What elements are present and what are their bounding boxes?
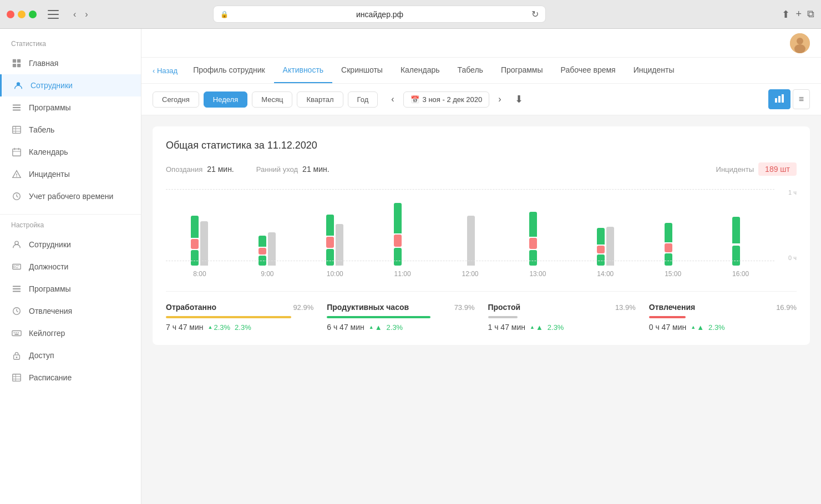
bar-pink-6	[597, 246, 605, 253]
chart-label-3: 11:00	[394, 270, 411, 278]
stat-worked-header: Отработанно 92.9%	[166, 303, 313, 312]
bar-group-5	[529, 194, 546, 266]
minimize-button[interactable]	[18, 11, 26, 18]
calendar-icon	[11, 146, 22, 157]
svg-point-25	[13, 266, 16, 268]
tab-worktime[interactable]: Рабочее время	[552, 58, 625, 83]
bar-pink-5	[529, 238, 537, 249]
sidebar-item-incidents[interactable]: Инциденты	[0, 163, 141, 185]
back-arrow[interactable]: ‹	[70, 8, 79, 21]
sidebar-item-worktime[interactable]: Учет рабочего времени	[0, 185, 141, 207]
sidebar-item-s-employees[interactable]: Сотрудники	[0, 233, 141, 256]
tabs-button[interactable]: ⧉	[807, 8, 814, 21]
nav-tabs: ‹ Назад Профиль сотрудник Активность Скр…	[141, 58, 821, 84]
svg-rect-46	[775, 98, 777, 103]
tab-programs[interactable]: Программы	[492, 58, 552, 83]
bar-pink-2	[326, 237, 334, 248]
stat-worked: Отработанно 92.9% 7 ч 47 мин 2.3% 2.3%	[166, 303, 313, 332]
sidebar-item-positions[interactable]: Должности	[0, 256, 141, 278]
sidebar-item-programs[interactable]: Программы	[0, 96, 141, 119]
filter-week[interactable]: Неделя	[204, 91, 247, 108]
tab-activity[interactable]: Активность	[274, 58, 333, 83]
sidebar: Статистика Главная Сотрудники	[0, 29, 141, 504]
svg-rect-1	[17, 59, 21, 63]
share-button[interactable]: ⬆	[782, 8, 790, 21]
sidebar-toggle-icon[interactable]	[48, 10, 59, 19]
stat-distracted-name: Отвлечения	[649, 303, 695, 312]
svg-rect-33	[14, 332, 15, 333]
stat-incidents: Инциденты 189 шт	[716, 162, 797, 176]
bar-pink-3	[394, 235, 402, 247]
bar-green-top-8	[732, 217, 740, 243]
chart-col-6: 14:00	[571, 194, 639, 278]
filter-quarter[interactable]: Квартал	[297, 91, 343, 108]
bar-gray-4	[467, 216, 475, 266]
svg-point-45	[794, 44, 805, 53]
stat-worked-name: Отработанно	[166, 303, 216, 312]
tab-calendar[interactable]: Календарь	[392, 58, 449, 83]
bar-group-6	[597, 194, 614, 266]
stat-productive-footer: 6 ч 47 мин ▲ 2.3%	[327, 323, 474, 332]
sidebar-item-tabel[interactable]: Табель	[0, 119, 141, 141]
address-bar[interactable]: 🔒 инсайдер.рф ↻	[213, 6, 546, 23]
tab-incidents[interactable]: Инциденты	[625, 58, 683, 83]
stat-worked-change: 2.3%	[208, 323, 231, 332]
sidebar-item-schedule[interactable]: Расписание	[0, 366, 141, 389]
tab-tabel[interactable]: Табель	[449, 58, 492, 83]
forward-arrow[interactable]: ›	[82, 8, 91, 21]
bar-pink-1	[259, 248, 266, 254]
bar-green-top-1	[259, 236, 266, 247]
sidebar-item-s-programs[interactable]: Программы	[0, 278, 141, 300]
settings-section-title: Настройка	[0, 221, 141, 233]
chart-list-toggle[interactable]: ≡	[793, 89, 810, 109]
bar-green-bottom-7	[665, 253, 672, 266]
svg-rect-5	[13, 105, 21, 106]
sidebar-label-s-programs: Программы	[29, 284, 71, 293]
sidebar-item-distractions[interactable]: Отвлечения	[0, 300, 141, 322]
svg-point-38	[16, 357, 18, 358]
sidebar-item-employees[interactable]: Сотрудники	[0, 74, 141, 96]
bar-pink-0	[191, 239, 199, 249]
stat-idle-bar	[488, 316, 518, 318]
tab-screenshots[interactable]: Скриншоты	[332, 58, 392, 83]
filter-today[interactable]: Сегодня	[153, 91, 199, 108]
list2-icon	[11, 283, 22, 294]
svg-rect-28	[13, 291, 21, 292]
early-value: 21 мин.	[302, 165, 330, 174]
date-display[interactable]: 📅 3 ноя - 2 дек 2020	[403, 91, 490, 108]
chart-col-2: 10:00	[301, 194, 369, 278]
svg-rect-27	[13, 288, 21, 289]
chart-label-2: 10:00	[327, 270, 343, 278]
back-button[interactable]: ‹ Назад	[153, 59, 184, 83]
stat-worked-bar	[166, 316, 291, 318]
svg-rect-22	[13, 264, 21, 269]
browser-nav-arrows: ‹ ›	[70, 8, 92, 21]
filter-month[interactable]: Месяц	[252, 91, 292, 108]
new-tab-button[interactable]: +	[795, 8, 802, 21]
sidebar-item-keylogger[interactable]: Кейлоггер	[0, 322, 141, 344]
svg-rect-32	[12, 331, 21, 336]
app-layout: Статистика Главная Сотрудники	[0, 29, 821, 504]
sidebar-item-home[interactable]: Главная	[0, 52, 141, 74]
svg-line-20	[17, 196, 18, 197]
sidebar-item-access[interactable]: Доступ	[0, 344, 141, 366]
chart-bar-toggle[interactable]	[768, 89, 790, 109]
fullscreen-button[interactable]	[29, 11, 37, 18]
date-prev-button[interactable]: ‹	[387, 92, 398, 106]
close-button[interactable]	[7, 11, 14, 18]
download-button[interactable]: ⬇	[510, 90, 528, 109]
svg-rect-0	[13, 59, 16, 63]
sidebar-label-incidents: Инциденты	[29, 170, 70, 179]
warning-icon	[11, 169, 22, 180]
date-next-button[interactable]: ›	[494, 92, 505, 106]
sidebar-item-calendar[interactable]: Календарь	[0, 141, 141, 163]
user-avatar[interactable]	[790, 33, 810, 53]
svg-point-44	[797, 38, 803, 44]
tab-profile[interactable]: Профиль сотрудник	[184, 58, 273, 83]
filter-year[interactable]: Год	[348, 91, 378, 108]
svg-rect-35	[18, 332, 19, 333]
svg-rect-39	[13, 374, 21, 381]
reload-button[interactable]: ↻	[531, 9, 539, 19]
late-value: 21 мин.	[207, 165, 234, 174]
stats-card: Общая статистика за 11.12.2020 Опоздания…	[153, 126, 810, 345]
